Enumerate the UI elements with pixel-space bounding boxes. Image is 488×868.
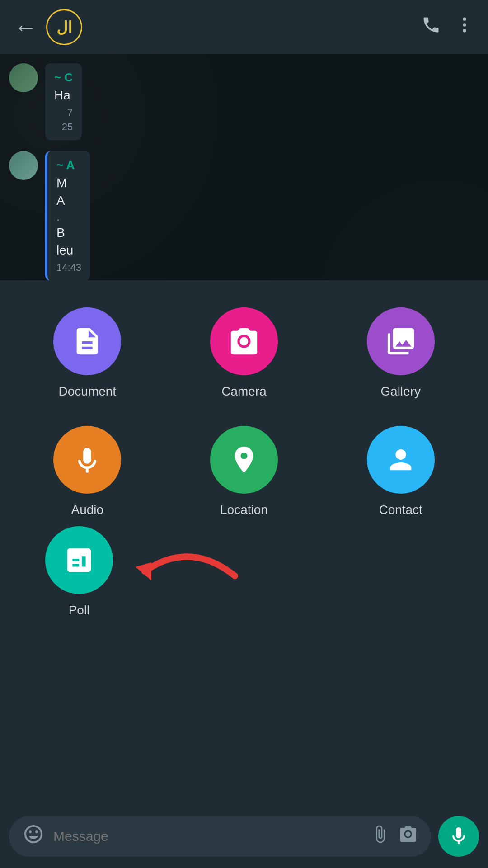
message-avatar <box>9 151 38 180</box>
attach-options-grid: Document Camera Gallery <box>18 307 470 517</box>
voice-message-button[interactable] <box>438 816 479 857</box>
contact-avatar[interactable]: ال <box>46 9 82 45</box>
audio-icon <box>71 444 103 476</box>
attach-document-button[interactable]: Document <box>53 307 121 399</box>
message-bubble: ~ A M A . B leu 14:43 <box>45 151 90 281</box>
message-text-input[interactable] <box>53 829 361 844</box>
gallery-icon <box>385 326 417 357</box>
message-footer: leu <box>56 241 81 259</box>
message-text: . <box>56 210 81 224</box>
message-item: ~ A M A . B leu 14:43 <box>9 151 479 281</box>
document-icon <box>71 326 103 357</box>
contact-icon-circle <box>367 426 435 494</box>
audio-label: Audio <box>71 503 104 517</box>
message-time: 7 <box>54 107 73 118</box>
more-options-button[interactable] <box>455 15 474 39</box>
document-label: Document <box>59 384 117 399</box>
camera-icon <box>228 326 260 357</box>
emoji-button[interactable] <box>23 823 44 850</box>
location-icon <box>228 444 260 476</box>
message-bubble: ~ C Ha 7 25 <box>45 63 82 140</box>
attach-poll-button[interactable]: Poll <box>45 526 113 618</box>
camera-label: Camera <box>221 384 267 399</box>
mic-icon <box>448 826 469 847</box>
contact-label: Contact <box>379 503 422 517</box>
chat-header: ← ال <box>0 0 488 54</box>
svg-point-0 <box>463 18 466 21</box>
gallery-label: Gallery <box>380 384 421 399</box>
attach-audio-button[interactable]: Audio <box>53 426 121 517</box>
attach-location-button[interactable]: Location <box>210 426 278 517</box>
contact-icon <box>385 444 417 476</box>
message-text: Ha <box>54 86 73 104</box>
location-label: Location <box>220 503 268 517</box>
attach-file-button[interactable] <box>371 825 389 848</box>
svg-point-1 <box>463 23 466 26</box>
call-button[interactable] <box>421 15 441 39</box>
svg-marker-3 <box>136 562 151 580</box>
red-arrow-indicator <box>108 531 253 614</box>
attachment-menu: Document Camera Gallery <box>0 280 488 805</box>
poll-label: Poll <box>69 603 90 618</box>
avatar-initials: ال <box>56 18 72 36</box>
camera-icon-circle <box>210 307 278 375</box>
message-time: 14:43 <box>56 262 81 274</box>
message-sender-name: ~ C <box>54 71 73 85</box>
message-text: M <box>56 174 81 192</box>
message-item: ~ C Ha 7 25 <box>9 63 479 140</box>
message-input-wrapper <box>9 816 431 857</box>
attach-camera-button[interactable]: Camera <box>210 307 278 399</box>
message-sender-name: ~ A <box>56 158 81 172</box>
message-text: B <box>56 224 81 241</box>
svg-point-2 <box>463 29 466 32</box>
audio-icon-circle <box>53 426 121 494</box>
document-icon-circle <box>53 307 121 375</box>
gallery-icon-circle <box>367 307 435 375</box>
location-icon-circle <box>210 426 278 494</box>
message-time-2: 25 <box>54 121 73 133</box>
camera-capture-button[interactable] <box>399 825 418 848</box>
poll-icon-circle <box>45 526 113 594</box>
poll-icon <box>63 544 95 576</box>
attach-gallery-button[interactable]: Gallery <box>367 307 435 399</box>
back-button[interactable]: ← <box>14 14 37 41</box>
message-input-bar <box>0 805 488 868</box>
attach-contact-button[interactable]: Contact <box>367 426 435 517</box>
message-text: A <box>56 192 81 209</box>
attach-poll-row: Poll <box>18 526 470 618</box>
message-avatar <box>9 63 38 92</box>
